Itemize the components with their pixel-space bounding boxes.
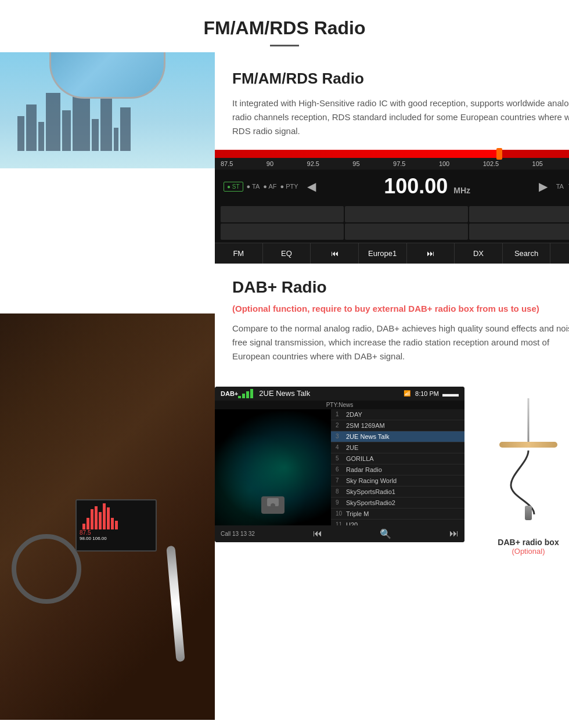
steering-wheel bbox=[12, 534, 81, 604]
preset-5[interactable] bbox=[345, 224, 468, 240]
radio-pty-indicator: ● PTY bbox=[280, 183, 298, 190]
radio-next-button[interactable]: ⏭ bbox=[407, 243, 455, 264]
page-header: FM/AM/RDS Radio bbox=[0, 0, 569, 52]
gear-shift bbox=[166, 546, 185, 662]
dab-list-item[interactable]: 8SkySportsRadio1 bbox=[331, 486, 464, 498]
radio-prev-arrow[interactable]: ◀ bbox=[307, 179, 316, 193]
dab-section: DAB+ Radio (Optional function, require t… bbox=[215, 264, 569, 375]
radio-fm-button[interactable]: FM bbox=[215, 243, 263, 264]
dab-list-item-active[interactable]: 32UE News Talk bbox=[331, 431, 464, 442]
radio-eq-button[interactable]: EQ bbox=[263, 243, 311, 264]
dab-box-label: DAB+ radio box bbox=[498, 538, 559, 547]
preset-4[interactable] bbox=[221, 224, 344, 240]
dab-station-list[interactable]: 12DAY 22SM 1269AM 32UE News Talk 42UE 5G… bbox=[331, 409, 464, 525]
dab-bottom: DAB+ 2UE News Talk 📶 8:10 PM ▬▬ PTY:News bbox=[215, 375, 569, 573]
dab-list-item[interactable]: 6Radar Radio bbox=[331, 464, 464, 475]
radio-bottom-bar: FM EQ ⏮ Europe1 ⏭ DX Search ↩ bbox=[215, 243, 569, 264]
dashboard: 87.5 98.00 106.00 bbox=[0, 313, 215, 720]
radio-right-indicators: TA TP ST bbox=[556, 183, 569, 190]
dab-connector bbox=[525, 506, 532, 520]
dab-list-item[interactable]: 10Triple M bbox=[331, 509, 464, 520]
header-divider bbox=[270, 45, 299, 46]
dab-time: 8:10 PM bbox=[415, 390, 439, 397]
dab-call: Call 13 13 32 bbox=[221, 531, 255, 537]
hu-freq: 87.5 bbox=[77, 529, 156, 536]
radio-progress-fill bbox=[215, 150, 502, 158]
dab-header: DAB+ 2UE News Talk 📶 8:10 PM ▬▬ bbox=[215, 387, 464, 401]
car-image: 87.5 98.00 106.00 bbox=[0, 52, 215, 720]
dab-search-footer-button[interactable]: 🔍 bbox=[380, 528, 391, 539]
rearview-mirror bbox=[49, 52, 165, 99]
dab-forward-button[interactable]: ⏭ bbox=[449, 528, 459, 539]
dab-title: DAB+ Radio bbox=[232, 278, 569, 297]
dab-station-name: 2UE News Talk bbox=[259, 389, 404, 398]
radio-next-arrow[interactable]: ▶ bbox=[539, 179, 548, 193]
radio-progress-thumb[interactable] bbox=[496, 148, 502, 160]
dab-cable-svg bbox=[476, 445, 569, 514]
dab-rewind-button[interactable]: ⏮ bbox=[313, 528, 322, 539]
head-unit-display: 87.5 98.00 106.00 bbox=[75, 499, 157, 552]
radio-dx-button[interactable]: DX bbox=[455, 243, 503, 264]
dab-battery-icon: ▬▬ bbox=[442, 389, 459, 398]
dab-list-item[interactable]: 42UE bbox=[331, 442, 464, 453]
radio-freq-scale: 87.5 90 92.5 95 97.5 100 102.5 105 107.5 bbox=[215, 158, 569, 170]
dab-footer: Call 13 13 32 ⏮ 🔍 ⏭ bbox=[215, 525, 464, 542]
dab-box-optional: (Optional) bbox=[512, 547, 545, 556]
fmam-description: It integrated with High-Sensitive radio … bbox=[232, 96, 569, 138]
radio-frequency-display: 100.00 MHz bbox=[325, 174, 530, 199]
radio-st-indicator: ● ST bbox=[224, 182, 243, 192]
dab-antenna bbox=[528, 398, 530, 445]
dab-list-item[interactable]: 9SkySportsRadio2 bbox=[331, 498, 464, 509]
radio-europe1-button[interactable]: Europe1 bbox=[359, 243, 407, 264]
radio-ta-indicator: ● TA bbox=[247, 183, 260, 190]
dab-list-item[interactable]: 7Sky Racing World bbox=[331, 475, 464, 486]
dab-signal bbox=[238, 389, 253, 398]
dab-camera-icon bbox=[261, 496, 284, 514]
dab-art bbox=[215, 409, 331, 525]
dab-label: DAB+ bbox=[221, 390, 238, 397]
page-title: FM/AM/RDS Radio bbox=[12, 17, 557, 39]
preset-2[interactable] bbox=[345, 206, 468, 222]
preset-3[interactable] bbox=[469, 206, 569, 222]
dab-pty: PTY:News bbox=[215, 401, 464, 409]
fmam-section: FM/AM/RDS Radio It integrated with High-… bbox=[215, 52, 569, 150]
dab-list-item[interactable]: 11U20 bbox=[331, 520, 464, 525]
radio-ui: 🔊 30 87.5 90 92.5 95 97.5 100 102.5 105 … bbox=[215, 150, 569, 264]
right-content: FM/AM/RDS Radio It integrated with High-… bbox=[215, 52, 569, 720]
radio-af-indicator: ● AF bbox=[263, 183, 276, 190]
dab-optional-text: (Optional function, require to buy exter… bbox=[232, 302, 569, 316]
dab-list-item[interactable]: 5GORILLA bbox=[331, 453, 464, 464]
preset-6[interactable] bbox=[469, 224, 569, 240]
radio-preset-grid bbox=[215, 203, 569, 243]
radio-search-button[interactable]: Search bbox=[503, 243, 551, 264]
radio-progress-container: 🔊 30 bbox=[215, 150, 569, 158]
dab-main-area: 12DAY 22SM 1269AM 32UE News Talk 42UE 5G… bbox=[215, 409, 464, 525]
dab-list-item[interactable]: 12DAY bbox=[331, 409, 464, 420]
radio-back-button[interactable]: ↩ bbox=[550, 243, 569, 264]
main-layout: 87.5 98.00 106.00 FM/AM/RDS Radio It int… bbox=[0, 52, 569, 720]
hu-freq2: 98.00 106.00 bbox=[77, 536, 156, 541]
fmam-title: FM/AM/RDS Radio bbox=[232, 70, 569, 88]
radio-progress-bar bbox=[215, 150, 569, 158]
radio-controls-row: ● ST ● TA ● AF ● PTY ◀ 100.00 MHz ▶ TA T… bbox=[215, 170, 569, 203]
dab-box-visual bbox=[476, 398, 569, 526]
dab-description: Compare to the normal analog radio, DAB+… bbox=[232, 322, 569, 363]
dab-signal-icon: 📶 bbox=[404, 390, 410, 397]
radio-prev-button[interactable]: ⏮ bbox=[311, 243, 359, 264]
dab-box-area: DAB+ radio box (Optional) bbox=[476, 387, 569, 556]
preset-1[interactable] bbox=[221, 206, 344, 222]
dab-ui: DAB+ 2UE News Talk 📶 8:10 PM ▬▬ PTY:News bbox=[215, 387, 464, 542]
dab-list-item[interactable]: 22SM 1269AM bbox=[331, 420, 464, 431]
